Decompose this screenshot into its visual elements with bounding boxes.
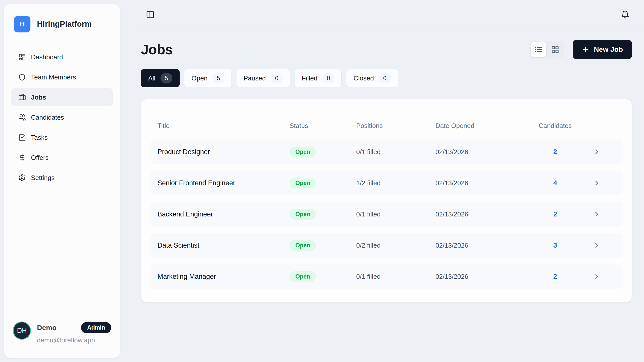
chevron-right-icon[interactable] [578,242,615,249]
new-job-button[interactable]: New Job [573,40,632,59]
page-title: Jobs [141,41,173,58]
table-row[interactable]: Data Scientist Open 0/2 filled 02/13/202… [150,233,623,258]
job-title: Data Scientist [157,242,290,249]
sidebar-item-label: Offers [31,154,49,162]
column-title: Title [157,122,290,130]
list-icon [535,46,543,54]
sidebar: H HiringPlatform Dashboard Team Members … [4,4,120,358]
filter-count: 0 [323,73,334,83]
job-title: Product Designer [157,148,290,156]
grid-view-button[interactable] [547,42,563,57]
date-opened-cell: 02/13/2026 [435,179,533,187]
task-check-icon [18,134,26,141]
positions-cell: 0/2 filled [356,242,435,249]
job-title: Marketing Manager [157,273,290,281]
positions-cell: 0/1 filled [356,210,435,218]
briefcase-icon [18,94,26,101]
filter-all[interactable]: All 5 [141,69,180,87]
sidebar-item-team-members[interactable]: Team Members [11,68,113,86]
sidebar-item-label: Team Members [31,73,76,81]
view-toggle [530,41,564,58]
filter-count: 5 [160,73,172,83]
users-icon [18,114,26,121]
column-positions: Positions [356,122,435,130]
filter-count: 5 [213,73,224,83]
bell-icon [621,10,629,19]
filter-label: All [148,74,155,82]
status-badge: Open [290,271,316,282]
positions-cell: 0/1 filled [356,273,435,281]
sidebar-nav: Dashboard Team Members Jobs Candidates T… [11,48,113,187]
status-badge: Open [290,178,316,189]
date-opened-cell: 02/13/2026 [435,210,533,218]
sidebar-item-label: Dashboard [31,53,63,61]
chevron-right-icon[interactable] [578,179,615,187]
dashboard-icon [18,53,26,61]
dollar-icon [18,154,26,161]
shield-icon [18,73,26,81]
sidebar-item-settings[interactable]: Settings [11,169,113,187]
filter-label: Open [191,74,208,82]
column-candidates: Candidates [533,122,578,130]
date-opened-cell: 02/13/2026 [435,273,533,281]
column-status: Status [290,122,356,130]
table-header: Title Status Positions Date Opened Candi… [150,112,623,140]
plus-icon [582,46,589,53]
user-profile: DH Demo Admin demo@hireflow.app [11,319,113,348]
job-title: Senior Frontend Engineer [157,179,290,187]
column-date-opened: Date Opened [435,122,533,130]
brand-logo-icon: H [14,16,30,32]
notifications-button[interactable] [619,9,631,20]
candidates-count-link[interactable]: 3 [533,242,578,249]
topbar [129,0,644,29]
sidebar-item-offers[interactable]: Offers [11,149,113,167]
table-row[interactable]: Marketing Manager Open 0/1 filled 02/13/… [150,264,623,289]
status-badge: Open [290,147,316,157]
sidebar-toggle-button[interactable] [144,9,156,20]
candidates-count-link[interactable]: 2 [533,210,578,218]
grid-icon [551,46,559,54]
list-view-button[interactable] [531,42,546,57]
date-opened-cell: 02/13/2026 [435,242,533,249]
job-title: Backend Engineer [157,210,290,218]
brand: H HiringPlatform [11,16,113,32]
sidebar-item-candidates[interactable]: Candidates [11,108,113,126]
table-row[interactable]: Senior Frontend Engineer Open 1/2 filled… [150,171,623,195]
sidebar-item-label: Candidates [31,114,64,121]
candidates-count-link[interactable]: 2 [533,273,578,281]
chevron-right-icon[interactable] [578,148,615,156]
jobs-table-card: Title Status Positions Date Opened Candi… [141,99,632,302]
sidebar-item-label: Tasks [31,134,48,142]
brand-name: HiringPlatform [37,20,92,29]
filter-paused[interactable]: Paused 0 [236,69,290,87]
role-badge: Admin [81,322,111,333]
sidebar-item-dashboard[interactable]: Dashboard [11,48,113,66]
filter-label: Closed [353,74,374,82]
filter-filled[interactable]: Filled 0 [295,69,342,87]
panel-left-icon [146,10,154,19]
status-filters: All 5 Open 5 Paused 0 Filled 0 Closed 0 [141,69,632,87]
sidebar-item-tasks[interactable]: Tasks [11,128,113,147]
sidebar-item-label: Settings [31,174,55,182]
filter-closed[interactable]: Closed 0 [346,69,398,87]
new-job-label: New Job [594,46,623,54]
candidates-count-link[interactable]: 4 [533,179,578,187]
chevron-right-icon[interactable] [578,210,615,218]
filter-label: Filled [302,74,317,82]
date-opened-cell: 02/13/2026 [435,148,533,156]
chevron-right-icon[interactable] [578,273,615,280]
filter-count: 0 [271,73,283,83]
avatar: DH [13,322,31,340]
table-row[interactable]: Product Designer Open 0/1 filled 02/13/2… [150,140,623,164]
table-row[interactable]: Backend Engineer Open 0/1 filled 02/13/2… [150,202,623,227]
filter-open[interactable]: Open 5 [184,69,232,87]
filter-label: Paused [244,74,266,82]
sidebar-item-jobs[interactable]: Jobs [11,88,113,106]
user-name: Demo [37,324,57,332]
candidates-count-link[interactable]: 2 [533,148,578,156]
positions-cell: 1/2 filled [356,179,435,187]
status-badge: Open [290,240,316,251]
main-area: Jobs [129,0,644,362]
user-email: demo@hireflow.app [37,336,111,344]
status-badge: Open [290,209,316,220]
